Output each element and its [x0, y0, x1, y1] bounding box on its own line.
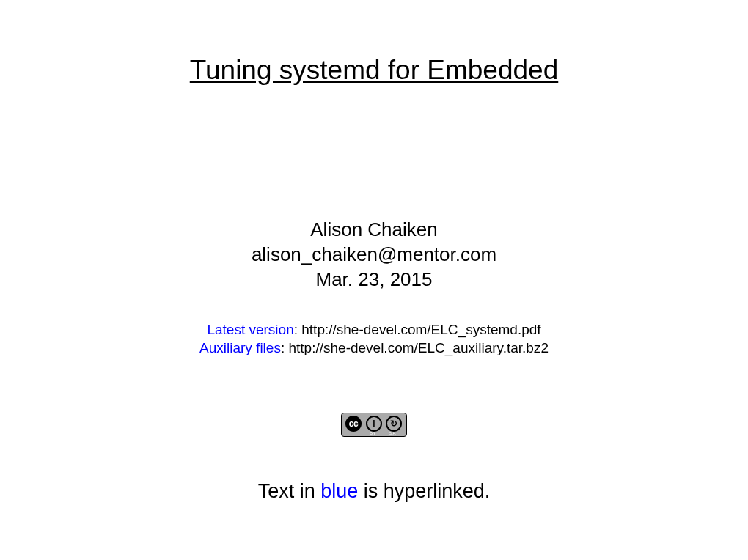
sa-label: SA — [389, 431, 396, 435]
links-block: Latest version: http://she-devel.com/ELC… — [0, 321, 748, 357]
author-email: alison_chaiken@mentor.com — [0, 243, 748, 268]
by-label: BY — [370, 431, 376, 435]
cc-icon: cc — [345, 416, 362, 432]
footer-suffix: is hyperlinked. — [358, 480, 490, 502]
slide: Tuning systemd for Embedded Alison Chaik… — [0, 0, 748, 560]
cc-by-sa-badge[interactable]: cc i ↻ BY SA — [341, 413, 407, 437]
footer-blue-word[interactable]: blue — [320, 480, 358, 502]
sa-icon: ↻ — [386, 416, 402, 432]
author-date: Mar. 23, 2015 — [0, 268, 748, 292]
latest-version-url: : http://she-devel.com/ELC_systemd.pdf — [294, 322, 541, 337]
by-icon: i — [366, 416, 382, 432]
auxiliary-files-label[interactable]: Auxiliary files — [199, 340, 281, 355]
page-title: Tuning systemd for Embedded — [0, 0, 748, 86]
latest-version-line: Latest version: http://she-devel.com/ELC… — [0, 321, 748, 339]
author-name: Alison Chaiken — [0, 218, 748, 243]
auxiliary-files-url: : http://she-devel.com/ELC_auxiliary.tar… — [281, 340, 549, 355]
author-block: Alison Chaiken alison_chaiken@mentor.com… — [0, 218, 748, 292]
footer-prefix: Text in — [258, 480, 321, 502]
auxiliary-files-line: Auxiliary files: http://she-devel.com/EL… — [0, 339, 748, 358]
footer-note: Text in blue is hyperlinked. — [0, 480, 748, 503]
latest-version-label[interactable]: Latest version — [207, 322, 293, 337]
